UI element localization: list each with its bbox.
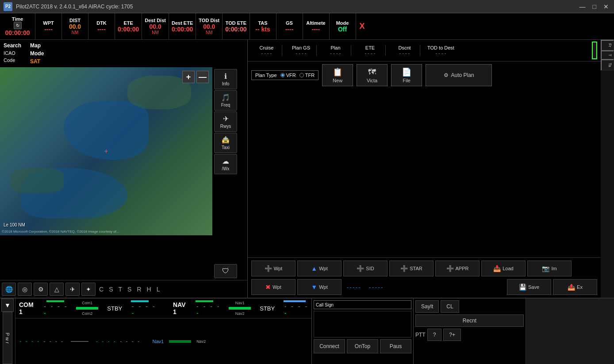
recnt-button[interactable]: Recnt bbox=[415, 314, 524, 327]
map-label: Map bbox=[30, 42, 44, 49]
ptt-label: PTT bbox=[415, 332, 426, 338]
remove-wpt-button[interactable]: ✖ Wpt bbox=[251, 279, 295, 295]
stats-bar: Time ↻ 00:00:00 WPT ---- DIST 00.0 NM DT… bbox=[0, 13, 614, 40]
c-button[interactable]: C bbox=[97, 286, 105, 293]
tab-ta[interactable]: Ta bbox=[601, 59, 614, 70]
map-crosshair: + bbox=[104, 147, 108, 155]
nav2-switch-label: Nav2 bbox=[235, 311, 245, 316]
s1-button[interactable]: S bbox=[107, 286, 115, 293]
cl-button[interactable]: CL bbox=[441, 300, 459, 313]
power-button[interactable]: P w r bbox=[3, 312, 12, 364]
com2-switch-label: Com2 bbox=[82, 311, 92, 316]
l-button[interactable]: L bbox=[155, 286, 162, 293]
zoom-out-button[interactable]: — bbox=[196, 71, 209, 83]
load-icon: 📥 bbox=[493, 265, 501, 272]
q-button[interactable]: ? bbox=[427, 329, 442, 341]
search-section: Search ICAO Code bbox=[4, 42, 21, 63]
connect-button[interactable]: Connect bbox=[314, 339, 345, 353]
plane-button[interactable]: ✈ bbox=[65, 283, 80, 296]
down-wpt-button[interactable]: ▼ Wpt bbox=[297, 279, 342, 295]
title-bar: P2 Pilot2ATC 2018 v. 2.4.0.1_x64 AIRAC c… bbox=[0, 0, 614, 13]
new-button[interactable]: 📋 New bbox=[322, 64, 353, 86]
com1-switch-bar bbox=[76, 307, 98, 310]
load-button[interactable]: 📥 Load bbox=[481, 261, 526, 276]
triangle-button[interactable]: △ bbox=[50, 283, 64, 296]
qplus-button[interactable]: ?+ bbox=[443, 329, 461, 341]
close-button[interactable]: ✕ bbox=[602, 3, 610, 10]
freq-button[interactable]: 🎵 Freq bbox=[214, 90, 237, 111]
gear-button[interactable]: ⚙ bbox=[34, 283, 48, 296]
pause-button[interactable]: Paus bbox=[380, 339, 411, 353]
taxi-label: Taxi bbox=[222, 145, 230, 150]
com1-small-dashes: - - - - bbox=[43, 338, 63, 344]
extra-icon-button[interactable]: 🛡 bbox=[214, 264, 237, 278]
wx-icon: ☁ bbox=[222, 157, 229, 165]
ete-fp-label: ETE bbox=[365, 45, 375, 50]
map-area: + + — Le 100 NM ©2018 Microsoft Corporat… bbox=[0, 67, 247, 280]
gs-value: ---- bbox=[285, 26, 294, 33]
victa-label: Victa bbox=[367, 78, 377, 83]
gs-column: GS ---- bbox=[276, 13, 303, 39]
import-button[interactable]: 📷 Im bbox=[527, 261, 572, 276]
r-button[interactable]: R bbox=[135, 286, 143, 293]
taxi-button[interactable]: 🚖 Taxi bbox=[214, 133, 237, 153]
on-top-button[interactable]: OnTop bbox=[347, 339, 378, 353]
far-right-bottom bbox=[526, 299, 614, 364]
circle-button[interactable]: ◎ bbox=[18, 283, 32, 296]
maximize-button[interactable]: □ bbox=[591, 3, 598, 10]
call-sign-input[interactable] bbox=[316, 321, 409, 327]
vfr-radio[interactable]: VFR bbox=[280, 73, 296, 78]
x-close-button[interactable]: X bbox=[356, 22, 368, 31]
freq-label: Freq bbox=[221, 103, 230, 107]
refresh-button[interactable]: ↻ bbox=[14, 22, 22, 29]
t-button[interactable]: T bbox=[116, 286, 124, 293]
star-button[interactable]: ✦ bbox=[81, 283, 96, 296]
dest-ete-label: Dest ETE bbox=[172, 20, 193, 26]
gs-label: GS bbox=[286, 20, 293, 26]
fp-action-row: ✖ Wpt ▼ Wpt - - - - - - - - - - 💾 Save 📤… bbox=[248, 279, 601, 298]
remove-wpt-icon: ✖ bbox=[265, 284, 271, 291]
save-button[interactable]: 💾 Save bbox=[507, 279, 551, 295]
info-button[interactable]: ℹ Info bbox=[214, 69, 237, 89]
file-button[interactable]: 📄 File bbox=[391, 64, 422, 86]
map-mode-label: Mode bbox=[30, 50, 44, 57]
dtk-label: DTK bbox=[96, 20, 107, 26]
minimize-button[interactable]: — bbox=[578, 3, 587, 10]
recnt-row: Recnt bbox=[415, 314, 524, 327]
victa-button[interactable]: 🗺 Victa bbox=[357, 64, 388, 86]
add-appr-button[interactable]: ➕ APPR bbox=[435, 261, 480, 276]
zoom-in-button[interactable]: + bbox=[182, 71, 195, 83]
globe-button[interactable]: 🌐 bbox=[2, 283, 16, 296]
fp-main-area bbox=[248, 89, 601, 257]
wx-button[interactable]: ☁ /Wx bbox=[214, 154, 237, 174]
up-wpt-button[interactable]: ▲ Wpt bbox=[297, 261, 342, 276]
extra-icon: 🛡 bbox=[222, 267, 229, 275]
tab-t[interactable]: T bbox=[601, 50, 614, 60]
terrain-feature bbox=[127, 76, 191, 109]
call-sign-section: Call Sign Connect OnTop Paus bbox=[312, 299, 414, 364]
fp-bottom: ➕ Wpt ▲ Wpt ➕ SID ➕ STAR ➕ APPR bbox=[248, 257, 601, 298]
auto-plan-button[interactable]: ⚙ Auto Plan bbox=[426, 64, 492, 86]
tab-fr[interactable]: Fr bbox=[601, 40, 614, 50]
dist-value: 00.0 bbox=[69, 23, 81, 30]
map-image[interactable]: + + — Le 100 NM ©2018 Microsoft Corporat… bbox=[0, 67, 212, 235]
com-nav-bottom: - - - - - - - - - - - - - - - - Nav1 Nav… bbox=[15, 318, 311, 364]
s2-button[interactable]: S bbox=[126, 286, 133, 293]
tfr-radio[interactable]: TFR bbox=[299, 73, 315, 78]
mode-column: Mode Off bbox=[330, 13, 356, 39]
call-sign-input-area[interactable] bbox=[314, 311, 411, 337]
call-sign-label: Call Sign bbox=[316, 303, 334, 307]
action-dashes: - - - - - bbox=[343, 284, 364, 290]
export-button[interactable]: 📤 Ex bbox=[553, 279, 597, 295]
rwys-button[interactable]: ✈ Rwys bbox=[214, 111, 237, 132]
nav1-switch-indicator: Nav1 bbox=[152, 339, 164, 344]
h-button[interactable]: H bbox=[145, 286, 153, 293]
add-sid-button[interactable]: ➕ SID bbox=[343, 261, 388, 276]
auto-plan-label: Auto Plan bbox=[451, 72, 474, 78]
add-star-button[interactable]: ➕ STAR bbox=[389, 261, 434, 276]
ete-value: 0:00:00 bbox=[118, 26, 139, 33]
add-wpt-button[interactable]: ➕ Wpt bbox=[251, 261, 295, 276]
nav-arrow-button[interactable]: ▼ bbox=[1, 299, 14, 312]
sayit-button[interactable]: SayIt bbox=[415, 300, 439, 313]
com1-switch: Com1 Com2 bbox=[76, 301, 98, 316]
